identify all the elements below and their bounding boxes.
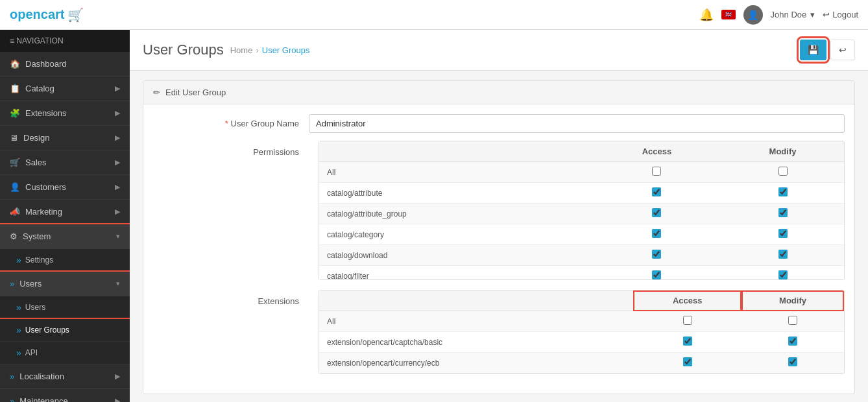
access-checkbox[interactable]: [683, 337, 692, 346]
sidebar-item-dashboard[interactable]: 🏠 Dashboard: [0, 52, 130, 77]
sidebar-item-customers[interactable]: 👤 Customers ▶: [0, 175, 130, 200]
logo-area: opencart 🛒: [10, 7, 84, 23]
modify-checkbox[interactable]: [788, 337, 797, 346]
language-flag[interactable]: 🇬🇧: [721, 10, 736, 19]
logo-text: opencart: [10, 7, 64, 22]
extensions-table-wrap: Access Modify All: [319, 290, 845, 374]
submenu-dots-icon: »: [16, 325, 21, 335]
sidebar-subitem-api[interactable]: » API: [0, 342, 130, 364]
opencart-logo: opencart 🛒: [10, 7, 84, 23]
back-button[interactable]: ↩: [830, 40, 855, 60]
user-group-name-group: * User Group Name: [153, 114, 845, 133]
sidebar-subitem-users[interactable]: » Users: [0, 296, 130, 319]
logout-button[interactable]: ↩ Logout: [823, 10, 858, 19]
sidebar-item-label: Marketing: [25, 207, 62, 217]
save-button[interactable]: 💾: [800, 40, 826, 60]
modify-checkbox[interactable]: [788, 357, 797, 366]
page-title-area: User Groups Home › User Groups: [143, 41, 309, 58]
user-dropdown-icon: ▾: [810, 10, 815, 19]
system-icon: ⚙: [10, 231, 18, 241]
access-checkbox[interactable]: [652, 229, 661, 238]
user-name: John Doe: [771, 10, 807, 19]
avatar: 👤: [743, 5, 763, 25]
sidebar-item-design[interactable]: 🖥 Design ▶: [0, 126, 130, 150]
chevron-right-icon: ▶: [115, 207, 120, 216]
table-row: catalog/category: [319, 224, 844, 245]
chevron-right-icon: ▶: [115, 397, 120, 402]
permissions-table: Access Modify All: [319, 141, 844, 280]
sidebar-item-catalog[interactable]: 📋 Catalog ▶: [0, 77, 130, 101]
table-row: extension/opencart/currency/ecb: [319, 353, 844, 373]
submenu-dots-icon: »: [16, 302, 21, 313]
modify-checkbox[interactable]: [778, 187, 788, 196]
sidebar-item-label: Customers: [25, 182, 66, 192]
sidebar-item-maintenance[interactable]: » Maintenance ▶: [0, 389, 130, 402]
chevron-down-icon: ▾: [116, 279, 120, 288]
dashboard-icon: 🏠: [10, 59, 20, 69]
main-layout: ≡ NAVIGATION 🏠 Dashboard 📋 Catalog ▶ 🧩 E…: [0, 30, 868, 402]
modify-checkbox[interactable]: [778, 229, 788, 238]
access-checkbox[interactable]: [683, 316, 692, 325]
permissions-section: Permissions Access Modify: [153, 141, 845, 280]
bell-icon[interactable]: 🔔: [699, 8, 714, 22]
chevron-right-icon: ▶: [115, 158, 120, 167]
access-checkbox[interactable]: [652, 167, 661, 176]
nav-header: ≡ NAVIGATION: [0, 30, 130, 52]
modify-checkbox[interactable]: [778, 167, 788, 176]
sidebar-item-users[interactable]: » Users ▾: [0, 272, 130, 296]
ext-row-name: extension/opencart/currency/ecb: [319, 353, 633, 373]
access-checkbox[interactable]: [652, 250, 661, 259]
sidebar-item-marketing[interactable]: 📣 Marketing ▶: [0, 200, 130, 224]
sidebar-item-label: Sales: [25, 158, 47, 167]
sidebar-item-label: Dashboard: [25, 59, 67, 69]
breadcrumb-current[interactable]: User Groups: [262, 45, 310, 55]
sidebar-subitem-settings[interactable]: » Settings: [0, 249, 130, 272]
system-submenu2: » API: [0, 342, 130, 364]
localisation-dots-icon: »: [10, 372, 14, 381]
sidebar-subitem-user-groups[interactable]: » User Groups: [0, 319, 130, 342]
ext-access-cell: [633, 332, 741, 353]
user-group-name-input[interactable]: [309, 114, 845, 133]
system-submenu: » Settings: [0, 249, 130, 272]
ext-access-cell: [633, 311, 741, 332]
permissions-table-wrap: Access Modify All: [319, 141, 845, 280]
sidebar: ≡ NAVIGATION 🏠 Dashboard 📋 Catalog ▶ 🧩 E…: [0, 30, 130, 402]
modify-checkbox[interactable]: [788, 316, 797, 325]
logout-label: Logout: [832, 10, 858, 19]
sidebar-item-sales[interactable]: 🛒 Sales ▶: [0, 150, 130, 175]
ext-access-cell: [633, 353, 741, 373]
modify-checkbox[interactable]: [778, 208, 788, 217]
user-menu[interactable]: John Doe ▾: [771, 10, 815, 19]
edit-icon: ✏: [153, 88, 160, 97]
chevron-right-icon: ▶: [115, 134, 120, 142]
maintenance-dots-icon: »: [10, 396, 14, 402]
sidebar-item-label: Localisation: [19, 372, 64, 381]
top-nav: opencart 🛒 🔔 🇬🇧 👤 John Doe ▾ ↩ Logout: [0, 0, 868, 30]
table-row: catalog/download: [319, 245, 844, 266]
cart-icon: 🛒: [67, 7, 84, 23]
required-star: *: [225, 119, 228, 128]
access-checkbox[interactable]: [652, 208, 661, 217]
access-checkbox[interactable]: [652, 270, 661, 279]
perm-access-cell: [592, 245, 721, 266]
access-checkbox[interactable]: [652, 187, 661, 196]
extensions-label: Extensions: [153, 290, 309, 306]
submenu-dots-icon: »: [16, 255, 21, 265]
chevron-down-icon: ▾: [116, 232, 120, 241]
sidebar-item-localisation[interactable]: » Localisation ▶: [0, 364, 130, 389]
modify-checkbox[interactable]: [778, 270, 788, 279]
breadcrumb-sep: ›: [256, 45, 258, 55]
access-checkbox[interactable]: [683, 357, 692, 366]
sidebar-item-label: Catalog: [25, 84, 54, 93]
sidebar-item-system[interactable]: ⚙ System ▾: [0, 224, 130, 249]
label-text: User Group Name: [231, 119, 299, 128]
perm-access-cell: [592, 266, 721, 281]
settings-label: Settings: [25, 255, 53, 265]
table-row: catalog/filter: [319, 266, 844, 281]
table-row: extension/opencart/captcha/basic: [319, 332, 844, 353]
sidebar-item-extensions[interactable]: 🧩 Extensions ▶: [0, 101, 130, 126]
modify-checkbox[interactable]: [778, 250, 788, 259]
logout-icon: ↩: [823, 10, 830, 19]
catalog-icon: 📋: [10, 84, 20, 93]
edit-panel: ✏ Edit User Group * User Group Name: [143, 80, 855, 394]
